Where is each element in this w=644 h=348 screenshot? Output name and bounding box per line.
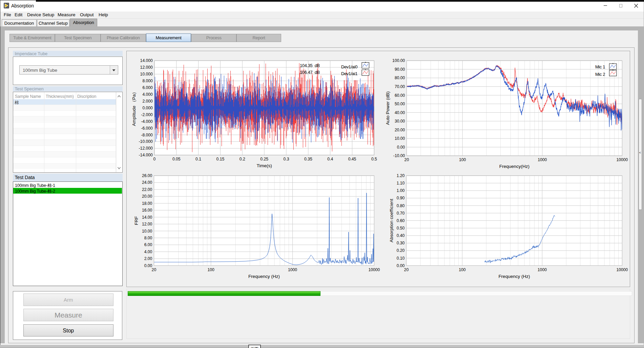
svg-text:4.000: 4.000	[142, 92, 153, 97]
svg-text:0.00: 0.00	[397, 145, 405, 150]
svg-text:-6.000: -6.000	[141, 126, 153, 131]
svg-text:26.00: 26.00	[142, 173, 152, 178]
svg-text:0.40: 0.40	[396, 233, 404, 238]
svg-text:0.00: 0.00	[396, 263, 404, 268]
svg-text:0.10: 0.10	[396, 256, 404, 261]
svg-text:0.00: 0.00	[144, 263, 152, 268]
svg-text:Mic 1: Mic 1	[595, 64, 605, 69]
svg-text:1000: 1000	[538, 157, 547, 162]
svg-text:0.80: 0.80	[396, 203, 404, 208]
svg-text:10000: 10000	[616, 267, 628, 272]
svg-text:Frequency (Hz): Frequency (Hz)	[248, 274, 279, 279]
svg-text:100: 100	[207, 267, 214, 272]
svg-text:18.00: 18.00	[142, 201, 152, 206]
svg-text:22.00: 22.00	[142, 187, 152, 192]
svg-text:1.20: 1.20	[396, 173, 404, 178]
svg-text:70.00: 70.00	[394, 84, 405, 89]
svg-text:Dev1/ai0: Dev1/ai0	[341, 64, 357, 69]
svg-text:6.000: 6.000	[142, 85, 153, 90]
svg-text:20.00: 20.00	[394, 128, 405, 132]
svg-text:10000: 10000	[368, 267, 380, 272]
svg-text:-12.000: -12.000	[139, 146, 153, 151]
svg-text:Dev1/ai1: Dev1/ai1	[341, 71, 357, 76]
svg-text:2.00: 2.00	[144, 257, 152, 261]
svg-text:2.000: 2.000	[142, 99, 153, 104]
svg-text:0.4: 0.4	[327, 157, 333, 161]
svg-text:Time(s): Time(s)	[256, 163, 272, 168]
svg-text:Amplitude （Pa）: Amplitude （Pa）	[131, 90, 136, 126]
svg-text:10.00: 10.00	[142, 229, 152, 234]
svg-text:14.000: 14.000	[140, 59, 152, 63]
svg-text:0.2: 0.2	[239, 157, 245, 161]
svg-text:16.00: 16.00	[142, 208, 152, 213]
svg-text:FRF: FRF	[134, 216, 139, 225]
svg-text:0.90: 0.90	[396, 196, 404, 201]
svg-text:90.00: 90.00	[394, 67, 405, 72]
svg-text:Auto Power (dB): Auto Power (dB)	[385, 91, 390, 125]
svg-text:106.47 dB: 106.47 dB	[300, 70, 320, 75]
svg-text:Frequency (Hz): Frequency (Hz)	[498, 274, 530, 279]
svg-text:20: 20	[404, 157, 409, 162]
svg-text:-10.000: -10.000	[139, 139, 153, 144]
svg-text:20.00: 20.00	[142, 194, 152, 199]
svg-text:12.00: 12.00	[142, 222, 152, 226]
svg-text:10000: 10000	[616, 157, 628, 162]
svg-text:10.000: 10.000	[140, 72, 152, 77]
svg-text:14.00: 14.00	[142, 215, 152, 220]
svg-text:-10.00: -10.00	[393, 154, 405, 158]
svg-text:24.00: 24.00	[142, 180, 152, 185]
svg-text:0.5: 0.5	[371, 157, 377, 161]
svg-text:Mic 2: Mic 2	[595, 72, 605, 77]
svg-text:8.000: 8.000	[142, 79, 153, 83]
svg-text:Absorption coefficient: Absorption coefficient	[389, 199, 394, 242]
svg-text:-8.000: -8.000	[141, 133, 153, 137]
svg-text:Frequency(Hz): Frequency(Hz)	[499, 164, 529, 169]
svg-text:60.00: 60.00	[394, 93, 405, 98]
svg-text:1.00: 1.00	[396, 189, 404, 193]
svg-text:0.05: 0.05	[172, 157, 181, 161]
svg-text:0.15: 0.15	[216, 157, 224, 161]
svg-text:0.50: 0.50	[396, 226, 404, 231]
svg-text:4.00: 4.00	[144, 249, 152, 254]
svg-text:0.70: 0.70	[396, 211, 404, 216]
svg-text:-4.000: -4.000	[141, 119, 153, 124]
svg-text:1.10: 1.10	[396, 181, 404, 186]
svg-text:104.35 dB: 104.35 dB	[300, 63, 320, 68]
svg-text:1000: 1000	[288, 267, 297, 272]
svg-text:0.000: 0.000	[142, 106, 153, 110]
svg-text:10.00: 10.00	[394, 136, 405, 141]
svg-text:0: 0	[153, 157, 155, 161]
svg-text:8.00: 8.00	[144, 236, 152, 240]
svg-text:0.60: 0.60	[396, 218, 404, 223]
svg-text:0.25: 0.25	[260, 157, 268, 161]
svg-text:12.000: 12.000	[140, 65, 152, 70]
svg-text:-2.000: -2.000	[141, 112, 153, 117]
svg-text:40.00: 40.00	[394, 110, 405, 115]
svg-text:1000: 1000	[537, 267, 546, 272]
svg-text:-14.000: -14.000	[139, 153, 153, 158]
svg-text:20: 20	[151, 267, 156, 272]
svg-text:100.00: 100.00	[392, 59, 405, 63]
svg-text:0.35: 0.35	[304, 157, 312, 161]
svg-text:0.20: 0.20	[396, 248, 404, 253]
svg-text:30.00: 30.00	[394, 119, 405, 124]
svg-text:0.45: 0.45	[348, 157, 356, 161]
svg-text:100: 100	[459, 157, 466, 162]
svg-text:6.00: 6.00	[144, 243, 152, 247]
svg-text:0.30: 0.30	[396, 241, 404, 246]
svg-text:0.1: 0.1	[195, 157, 201, 161]
svg-text:100: 100	[459, 267, 466, 272]
svg-text:0.3: 0.3	[283, 157, 289, 161]
svg-text:50.00: 50.00	[394, 102, 405, 106]
svg-text:80.00: 80.00	[394, 76, 405, 81]
svg-text:20: 20	[404, 267, 409, 272]
